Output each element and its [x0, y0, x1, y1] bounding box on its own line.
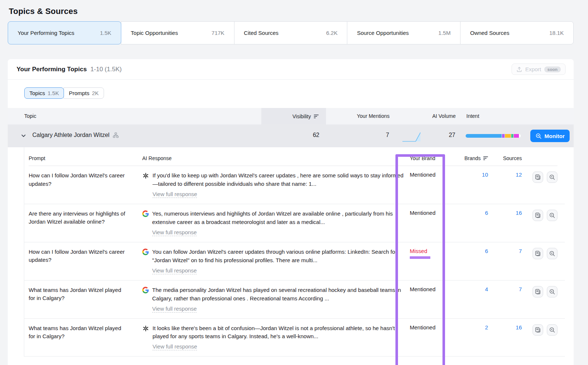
top-tabbar: Your Performing Topics 1.5K Topic Opport…	[8, 21, 574, 44]
tab-topic-opportunities[interactable]: Topic Opportunities 717K	[121, 21, 234, 44]
tab-count: 717K	[212, 30, 225, 36]
toggle-prompts[interactable]: Prompts 2K	[64, 87, 104, 99]
tab-count: 6.2K	[326, 30, 338, 36]
col-your-mentions: Your Mentions	[357, 113, 390, 119]
brand-status: Missed	[410, 248, 427, 254]
topic-row: Calgary Athlete Jordan Witzel 62 7 27 Mo…	[8, 124, 574, 147]
col-brands: Brands	[465, 155, 481, 161]
tab-your-performing-topics[interactable]: Your Performing Topics 1.5K	[8, 21, 121, 44]
prompt-text: What teams has Jordan Witzel played for …	[29, 319, 139, 357]
brands-count-link[interactable]: 6	[485, 210, 488, 216]
export-label: Export	[525, 66, 541, 72]
chevron-down-icon[interactable]	[21, 133, 26, 140]
view-response-button[interactable]	[533, 171, 543, 183]
panel-range: 1-10 (1.5K)	[90, 66, 122, 73]
brand-status: Mentioned	[410, 210, 435, 216]
brand-status: Mentioned	[410, 324, 435, 330]
missed-highlight-underline	[410, 256, 430, 259]
openai-icon	[142, 172, 149, 180]
tab-label: Owned Sources	[470, 30, 509, 36]
prompt-table-row: How can I follow Jordan Witzel's career …	[24, 242, 565, 281]
view-response-button[interactable]	[533, 210, 543, 221]
view-full-response-link[interactable]: View full response	[152, 267, 197, 274]
ai-volume-value: 27	[423, 132, 455, 138]
soon-badge: soon	[544, 66, 561, 72]
sources-count-link[interactable]: 16	[516, 324, 522, 330]
col-prompt: Prompt	[29, 155, 139, 166]
col-brands-sort[interactable]: Brands	[453, 155, 488, 166]
page-title: Topics & Sources	[0, 0, 588, 16]
export-button[interactable]: Export soon	[512, 64, 566, 75]
prompt-table-row: How can I follow Jordan Witzel's career …	[24, 166, 565, 204]
sort-icon	[314, 115, 319, 118]
tab-label: Source Opportunities	[357, 30, 409, 36]
intent-segment-transactional	[511, 134, 514, 138]
intent-segment-commercial	[505, 134, 511, 138]
col-intent: Intent	[466, 113, 479, 119]
view-full-response-link[interactable]: View full response	[152, 306, 197, 312]
monitor-label: Monitor	[545, 133, 565, 139]
tab-label: Cited Sources	[244, 30, 279, 36]
tab-count: 1.5K	[100, 30, 111, 36]
prompt-text: How can I follow Jordan Witzel's career …	[29, 166, 139, 204]
col-sources: Sources	[488, 155, 522, 166]
prompt-text: How can I follow Jordan Witzel's career …	[29, 242, 139, 280]
openai-icon	[142, 325, 149, 333]
prompt-table-row: Are there any interviews or highlights o…	[24, 204, 565, 242]
inspect-response-button[interactable]	[547, 286, 557, 297]
toggle-topics[interactable]: Topics 1.5K	[24, 87, 64, 99]
brands-count-link[interactable]: 10	[482, 171, 488, 178]
inspect-response-button[interactable]	[547, 210, 557, 221]
view-response-button[interactable]	[533, 324, 543, 336]
sitemap-icon[interactable]	[113, 132, 119, 138]
google-icon	[142, 287, 149, 294]
brands-count-link[interactable]: 4	[485, 286, 488, 292]
prompt-table-row: What teams has Jordan Witzel played for …	[24, 281, 565, 319]
mentions-sparkline	[401, 130, 422, 144]
view-response-button[interactable]	[533, 286, 543, 297]
tab-count: 1.5M	[438, 30, 451, 36]
tab-label: Your Performing Topics	[18, 30, 74, 36]
col-topic: Topic	[24, 113, 36, 119]
your-mentions-value: 7	[357, 132, 389, 138]
ai-response-text: You can follow Jordan Witzel's career up…	[152, 249, 397, 263]
inspect-response-button[interactable]	[547, 248, 557, 259]
tab-cited-sources[interactable]: Cited Sources 6.2K	[234, 21, 348, 44]
ai-response-text: Yes, numerous interviews and highlights …	[152, 210, 393, 225]
toggle-count: 2K	[92, 90, 98, 96]
col-your-brand: Your Brand	[404, 155, 453, 166]
prompt-table-header: Prompt AI Response Your Brand Brands Sou…	[24, 147, 565, 166]
view-response-button[interactable]	[533, 248, 543, 259]
monitor-button[interactable]: Monitor	[530, 130, 570, 142]
tab-count: 18.1K	[549, 30, 564, 36]
inspect-response-button[interactable]	[547, 171, 557, 183]
sources-count-link[interactable]: 7	[519, 286, 522, 292]
performing-topics-panel: Your Performing Topics 1-10 (1.5K) Expor…	[8, 59, 574, 365]
sources-count-link[interactable]: 7	[519, 248, 522, 254]
google-icon	[142, 249, 149, 256]
intent-segment-other	[514, 134, 519, 138]
prompt-table-row: What teams has Jordan Witzel played for …	[24, 319, 565, 357]
tab-source-opportunities[interactable]: Source Opportunities 1.5M	[347, 21, 460, 44]
intent-segment-navigational	[502, 134, 505, 138]
inspect-response-button[interactable]	[547, 324, 557, 336]
ai-response-text: It looks like there's been a bit of conf…	[153, 325, 395, 340]
view-full-response-link[interactable]: View full response	[153, 191, 197, 198]
prompt-table: Prompt AI Response Your Brand Brands Sou…	[24, 147, 565, 357]
sources-count-link[interactable]: 16	[516, 210, 522, 216]
sources-count-link[interactable]: 12	[516, 171, 522, 178]
tab-owned-sources[interactable]: Owned Sources 18.1K	[460, 21, 574, 44]
view-full-response-link[interactable]: View full response	[153, 343, 197, 350]
toggle-label: Topics	[29, 90, 45, 96]
view-full-response-link[interactable]: View full response	[152, 229, 197, 236]
col-ai-volume: AI Volume	[423, 113, 456, 119]
col-visibility-sort[interactable]: Visibility	[261, 108, 326, 124]
toggle-count: 1.5K	[48, 90, 59, 96]
brands-count-link[interactable]: 6	[485, 248, 488, 254]
intent-segment-informational	[466, 134, 502, 138]
topic-name[interactable]: Calgary Athlete Jordan Witzel	[32, 132, 110, 138]
panel-title: Your Performing Topics	[17, 66, 87, 73]
prompt-text: Are there any interviews or highlights o…	[29, 204, 139, 242]
ai-response-text: The media personality Jordan Witzel has …	[152, 287, 401, 301]
brands-count-link[interactable]: 2	[485, 324, 488, 330]
